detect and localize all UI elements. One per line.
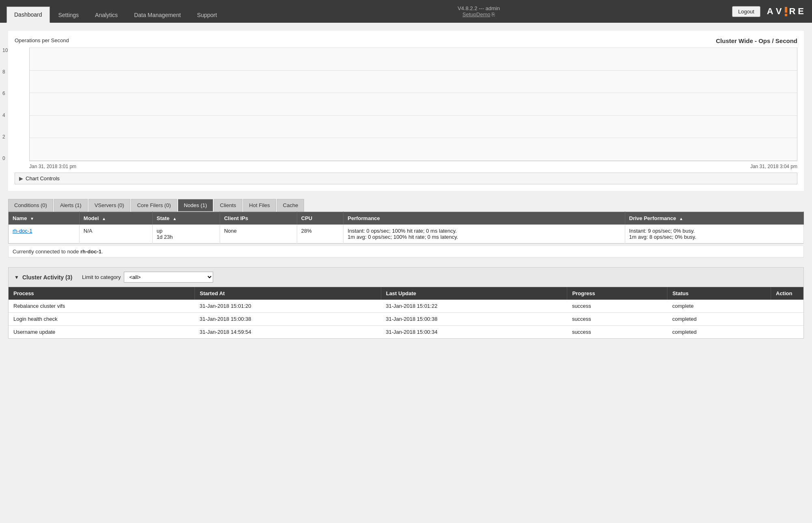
y-label: 10 — [2, 48, 8, 53]
grid-line — [30, 93, 797, 93]
y-label: 6 — [2, 91, 8, 96]
setup-link[interactable]: SetupDemo — [462, 11, 490, 17]
logo-r: R — [789, 6, 797, 17]
data-tab-hot-files[interactable]: Hot Files — [243, 199, 276, 212]
connected-note-text: Currently connected to node — [13, 249, 80, 255]
act-cell-progress: success — [567, 313, 667, 326]
limit-category: Limit to category <all> — [82, 272, 213, 283]
activity-tbody: Rebalance cluster vifs31-Jan-2018 15:01:… — [9, 300, 803, 338]
collapse-icon[interactable]: ▼ — [14, 274, 19, 280]
act-cell-action — [771, 300, 803, 313]
cell-cpu: 28% — [297, 225, 343, 244]
cell-drive_performance: Instant: 9 ops/sec; 0% busy. 1m avg: 8 o… — [625, 225, 803, 244]
y-label: 2 — [2, 134, 8, 140]
act-cell-status: completed — [667, 326, 771, 339]
chart-header: Operations per Second Cluster Wide - Ops… — [15, 37, 797, 44]
y-label: 8 — [2, 69, 8, 75]
list-item: Login health check31-Jan-2018 15:00:3831… — [9, 313, 803, 326]
data-tab-cache[interactable]: Cache — [277, 199, 304, 212]
chart-controls[interactable]: ▶ Chart Controls — [15, 173, 797, 184]
act-cell-process: Username update — [9, 326, 195, 339]
col-client-ips: Client IPs — [220, 212, 297, 225]
category-select[interactable]: <all> — [124, 272, 213, 283]
chart-x-start: Jan 31, 2018 3:01 pm — [29, 164, 76, 169]
node-link[interactable]: rh-doc-1 — [13, 228, 32, 234]
activity-table: Process Started At Last Update Progress … — [9, 287, 803, 338]
tab-group: Conditions (0)Alerts (1)VServers (0)Core… — [8, 199, 804, 212]
col-drive-performance[interactable]: Drive Performance ▲ — [625, 212, 803, 225]
nav-tab-settings[interactable]: Settings — [51, 6, 87, 23]
grid-line — [30, 70, 797, 71]
col-model[interactable]: Model ▲ — [79, 212, 152, 225]
nav-tab-analytics[interactable]: Analytics — [87, 6, 125, 23]
chart-wide-title: Cluster Wide - Ops / Second — [716, 37, 797, 44]
act-cell-status: complete — [667, 300, 771, 313]
data-tab-alerts--1-[interactable]: Alerts (1) — [54, 199, 88, 212]
list-item: Rebalance cluster vifs31-Jan-2018 15:01:… — [9, 300, 803, 313]
grid-line — [30, 115, 797, 116]
tabs-section: Conditions (0)Alerts (1)VServers (0)Core… — [8, 199, 804, 257]
data-tab-core-filers--0-[interactable]: Core Filers (0) — [131, 199, 177, 212]
grid-line — [30, 138, 797, 138]
grid-line — [30, 48, 797, 48]
logo: A V R E — [767, 6, 806, 17]
act-col-started: Started At — [195, 287, 381, 300]
logo-e: E — [798, 6, 806, 17]
col-state[interactable]: State ▲ — [152, 212, 220, 225]
logo-a: A — [767, 6, 775, 17]
nodes-tbody: rh-doc-1N/Aup 1d 23hNone28%Instant: 0 op… — [9, 225, 804, 244]
act-cell-started_at: 31-Jan-2018 15:00:38 — [195, 313, 381, 326]
y-label: 0 — [2, 156, 8, 161]
cell-model: N/A — [79, 225, 152, 244]
cluster-activity: ▼ Cluster Activity (3) Limit to category… — [8, 267, 804, 339]
data-tab-clients[interactable]: Clients — [214, 199, 242, 212]
y-label: 4 — [2, 112, 8, 118]
nodes-table: Name ▼ Model ▲ State ▲ Client IPs CPU Pe… — [8, 212, 804, 244]
grid-line — [30, 160, 797, 161]
act-cell-action — [771, 313, 803, 326]
limit-label: Limit to category — [82, 274, 121, 280]
logo-accent-icon — [785, 7, 787, 16]
col-name[interactable]: Name ▼ — [9, 212, 80, 225]
act-cell-status: completed — [667, 313, 771, 326]
col-performance: Performance — [343, 212, 625, 225]
nav-tab-support[interactable]: Support — [189, 6, 225, 23]
act-cell-process: Rebalance cluster vifs — [9, 300, 195, 313]
table-row: rh-doc-1N/Aup 1d 23hNone28%Instant: 0 op… — [9, 225, 804, 244]
act-col-update: Last Update — [381, 287, 567, 300]
logo-v: V — [776, 6, 784, 17]
nav-tab-dashboard[interactable]: Dashboard — [6, 6, 50, 23]
col-cpu: CPU — [297, 212, 343, 225]
chart-x-labels: Jan 31, 2018 3:01 pm Jan 31, 2018 3:04 p… — [15, 164, 797, 169]
data-tab-nodes--1-[interactable]: Nodes (1) — [178, 199, 213, 212]
data-tab-conditions--0-[interactable]: Conditions (0) — [8, 199, 53, 212]
chart-x-end: Jan 31, 2018 3:04 pm — [750, 164, 797, 169]
act-col-action: Action — [771, 287, 803, 300]
data-tab-vservers--0-[interactable]: VServers (0) — [89, 199, 130, 212]
act-cell-process: Login health check — [9, 313, 195, 326]
act-cell-last_update: 31-Jan-2018 15:00:34 — [381, 326, 567, 339]
act-col-process: Process — [9, 287, 195, 300]
node-name-cell: rh-doc-1 — [9, 225, 80, 244]
version-text: V4.8.2.2 --- admin — [458, 5, 500, 11]
logout-button[interactable]: Logout — [732, 6, 760, 17]
act-cell-last_update: 31-Jan-2018 15:00:38 — [381, 313, 567, 326]
list-item: Username update31-Jan-2018 14:59:5431-Ja… — [9, 326, 803, 339]
act-cell-last_update: 31-Jan-2018 15:01:22 — [381, 300, 567, 313]
chart-area — [29, 48, 797, 161]
nav-tabs: DashboardSettingsAnalyticsData Managemen… — [6, 0, 225, 23]
chart-section: Operations per Second Cluster Wide - Ops… — [8, 31, 804, 191]
nav-tab-data-management[interactable]: Data Management — [126, 6, 188, 23]
act-col-progress: Progress — [567, 287, 667, 300]
cell-client_ips: None — [220, 225, 297, 244]
act-cell-started_at: 31-Jan-2018 14:59:54 — [195, 326, 381, 339]
chart-controls-label: Chart Controls — [26, 175, 60, 182]
act-cell-progress: success — [567, 300, 667, 313]
act-col-status: Status — [667, 287, 771, 300]
expand-icon: ▶ — [19, 175, 23, 182]
chart-y-labels: 0246810 — [2, 48, 8, 161]
cluster-activity-header: ▼ Cluster Activity (3) Limit to category… — [9, 268, 803, 287]
chart-title: Operations per Second — [15, 37, 69, 43]
cell-state: up 1d 23h — [152, 225, 220, 244]
act-cell-started_at: 31-Jan-2018 15:01:20 — [195, 300, 381, 313]
